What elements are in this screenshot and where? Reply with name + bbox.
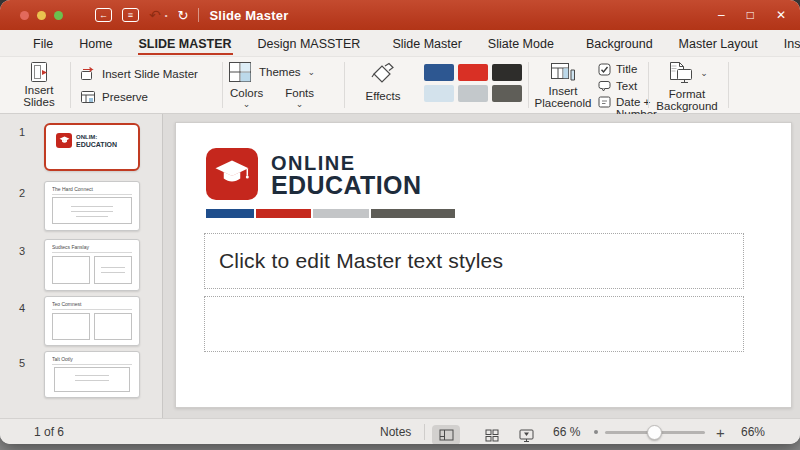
status-bar: 1 of 6 Notes (0, 418, 800, 444)
group-divider (528, 62, 529, 108)
mac-close-button[interactable] (20, 11, 29, 20)
slide-canvas[interactable]: ONLINE EDUCATION Click to edit Master te… (175, 122, 792, 408)
tab-design[interactable]: Design MASSTER (245, 32, 374, 55)
swatch-black[interactable] (492, 64, 522, 81)
thumb-number: 1 (14, 126, 30, 138)
window-controls: – □ ✕ (718, 0, 786, 30)
themes-button[interactable]: Themes ⌄ (228, 61, 338, 83)
insert-slides-label-1: Insert (12, 84, 66, 96)
mac-minimize-button[interactable] (37, 11, 46, 20)
group-divider (222, 62, 223, 108)
thumb-title: Teo Comnest (52, 301, 132, 310)
bar-segment-dark-gray (371, 209, 455, 218)
effects-icon (370, 62, 396, 84)
ribbon-tabs: File Home SLIDE MASTER Design MASSTER Sl… (0, 30, 800, 57)
tab-file[interactable]: File (20, 32, 66, 55)
notes-list-icon[interactable]: ≡ (122, 8, 139, 22)
master-text-placeholder[interactable]: Click to edit Master text styles (204, 233, 744, 289)
notes-button[interactable]: Notes (380, 419, 411, 444)
format-background-button[interactable]: ⌄ Format Background (654, 61, 720, 112)
fonts-label: Fonts (285, 88, 314, 99)
format-background-label-2: Background (654, 100, 720, 112)
theme-swatches (424, 64, 522, 102)
slide-thumbnail-2[interactable]: The Hard Connect (44, 181, 140, 231)
zoom-slider-handle[interactable] (647, 425, 662, 440)
slide-thumbnail-4[interactable]: Teo Comnest (44, 296, 140, 346)
colors-label: Colors (230, 88, 263, 99)
zoom-in-button[interactable]: + (716, 419, 725, 444)
normal-view-button[interactable] (432, 425, 460, 444)
slideshow-view-button[interactable] (512, 425, 540, 444)
text-bubble-icon (598, 80, 611, 92)
undo-icon[interactable]: ↶ (149, 7, 161, 23)
minimize-button[interactable]: – (718, 9, 725, 21)
thumb-number: 5 (14, 357, 30, 369)
themes-label: Themes (259, 66, 301, 78)
close-button[interactable]: ✕ (776, 9, 786, 21)
swatch-dark-blue[interactable] (424, 64, 454, 81)
format-background-chevron-icon: ⌄ (700, 68, 708, 78)
group-divider (70, 62, 71, 108)
insert-slide-master-icon (80, 67, 96, 81)
insert-placeholder-button[interactable]: Insert Placeenold (534, 62, 592, 109)
zoom-slider-track[interactable] (605, 431, 705, 434)
tab-home[interactable]: Home (66, 32, 125, 55)
thumb-logo-text-1: ONLIM: (76, 134, 117, 141)
window-title: Slide Master (209, 8, 288, 23)
app-window: ← ≡ ↶ • ↻ Slide Master – □ ✕ File Home S… (0, 0, 800, 444)
preserve-button[interactable]: Preserve (80, 90, 148, 104)
swatch-light-gray[interactable] (458, 85, 488, 102)
slide-editor-area: ONLINE EDUCATION Click to edit Master te… (163, 114, 800, 418)
graduation-cap-icon (59, 136, 70, 145)
swatch-gray[interactable] (492, 85, 522, 102)
effects-button[interactable]: Effects (352, 62, 414, 102)
redo-icon[interactable]: ↻ (178, 8, 189, 23)
mac-zoom-button[interactable] (54, 11, 63, 20)
bar-segment-red (256, 209, 311, 218)
insert-placeholder-icon (550, 62, 576, 82)
undo-dropdown-icon[interactable]: • (165, 11, 168, 20)
date-icon (598, 96, 611, 108)
slide-sorter-view-button[interactable] (478, 425, 506, 444)
fonts-chevron-icon: ⌄ (285, 99, 314, 110)
thumb-title: Sudtecs Fanslay (52, 244, 132, 253)
tab-slide-master-active[interactable]: SLIDE MASTER (126, 32, 245, 55)
empty-placeholder[interactable] (204, 296, 744, 352)
tab-sliate-mode[interactable]: Sliate Mode (475, 32, 567, 55)
swatch-red[interactable] (458, 64, 488, 81)
thumb-title: The Hard Connect (52, 186, 132, 195)
insert-slide-master-label: Insert Slide Master (102, 68, 198, 80)
slide-thumbnail-5[interactable]: Talt Ootly (44, 351, 140, 398)
tab-background[interactable]: Background (573, 32, 666, 55)
insert-slides-button[interactable]: Insert Slides (12, 61, 66, 108)
preserve-icon (80, 90, 96, 104)
tab-slide-master-2[interactable]: Slide Master (379, 32, 474, 55)
thumb-title: Talt Ootly (52, 356, 132, 365)
content-area: 1 ONLIM: EDUCATION 2 T (0, 114, 800, 418)
ribbon: Insert Slides Insert Slide Master Preser… (0, 57, 800, 114)
group-divider (344, 62, 345, 108)
save-icon[interactable]: ← (95, 8, 112, 22)
maximize-button[interactable]: □ (747, 9, 754, 21)
effects-label: Effects (352, 90, 414, 102)
zoom-out-dot-icon[interactable] (594, 430, 598, 434)
swatch-light-blue[interactable] (424, 85, 454, 102)
format-background-icon (666, 61, 696, 85)
insert-slide-master-button[interactable]: Insert Slide Master (80, 67, 198, 81)
slide-thumbnail-3[interactable]: Sudtecs Fanslay (44, 239, 140, 291)
colors-button[interactable]: Colors ⌄ (230, 88, 263, 110)
colors-chevron-icon: ⌄ (230, 99, 263, 110)
zoom-value-right: 66% (741, 419, 765, 444)
preserve-label: Preserve (102, 91, 148, 103)
slide-thumbnail-1[interactable]: ONLIM: EDUCATION (44, 123, 140, 171)
titlebar-divider (198, 8, 199, 22)
fonts-button[interactable]: Fonts ⌄ (285, 88, 314, 110)
themes-icon (228, 61, 252, 83)
thumb-number: 3 (14, 245, 30, 257)
group-divider (648, 62, 649, 108)
themes-chevron-icon: ⌄ (308, 67, 316, 77)
thumb-logo-text-2: EDUCATION (76, 141, 117, 148)
date-label-1: Date + (616, 96, 657, 108)
tab-master-layout[interactable]: Master Layout (666, 32, 771, 55)
tab-insert[interactable]: Insert (771, 32, 800, 55)
